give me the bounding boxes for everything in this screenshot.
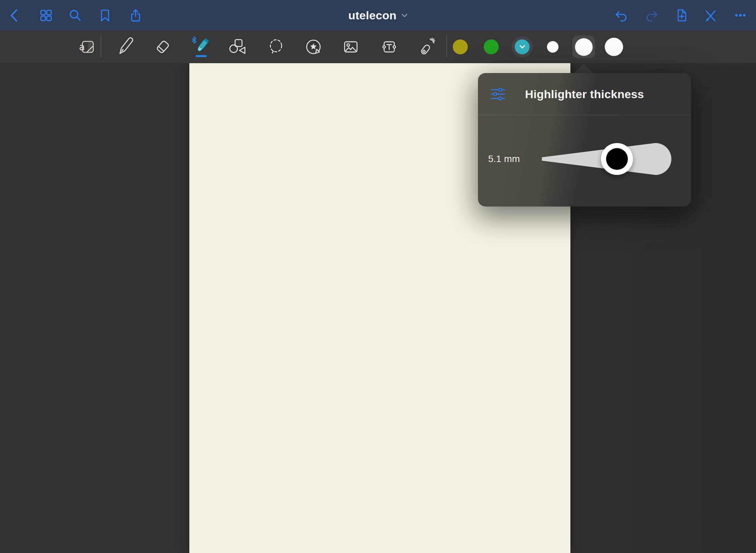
thickness-dot-medium — [575, 38, 592, 56]
image-tool[interactable] — [340, 33, 362, 60]
highlighter-icon-active — [189, 33, 212, 60]
add-page-button[interactable] — [672, 5, 691, 25]
thickness-preview-dot — [606, 148, 628, 170]
search-button[interactable] — [65, 5, 85, 25]
thickness-slider[interactable] — [541, 139, 672, 179]
laser-pointer-icon — [416, 37, 437, 57]
back-chevron-icon — [7, 7, 22, 23]
laser-pointer-tool[interactable] — [415, 33, 438, 60]
search-icon — [67, 7, 83, 23]
image-icon — [341, 37, 361, 57]
chevron-down-icon — [519, 45, 526, 49]
pen-tool[interactable] — [114, 33, 136, 60]
thickness-preset-medium-selected[interactable] — [572, 36, 595, 58]
top-navigation-bar: utelecon — [0, 0, 756, 31]
goodnotes-app: utelecon a — [0, 0, 756, 553]
popover-header: Highlighter thickness — [478, 73, 691, 115]
pen-icon — [115, 37, 135, 57]
svg-text:a: a — [79, 41, 85, 53]
elements-tool[interactable] — [302, 33, 325, 60]
bluetooth-icon — [192, 37, 196, 43]
thickness-dot-small — [547, 41, 559, 53]
bookmark-icon — [97, 7, 113, 23]
bookmark-button[interactable] — [95, 5, 115, 25]
document-title-button[interactable]: utelecon — [348, 9, 408, 22]
highlighter-tool[interactable] — [189, 33, 212, 60]
share-button[interactable] — [126, 5, 145, 25]
grid-icon — [38, 7, 54, 23]
ellipsis-icon — [733, 7, 748, 23]
undo-icon — [614, 7, 629, 23]
chevron-down-icon — [401, 13, 408, 17]
color-swatch-olive[interactable] — [453, 39, 468, 54]
redo-icon — [644, 7, 659, 23]
lasso-icon — [266, 37, 286, 57]
eraser-icon — [153, 37, 173, 57]
elements-sticker-icon — [303, 37, 324, 57]
share-icon — [128, 7, 143, 23]
zoom-window-icon: a — [76, 37, 97, 57]
eraser-tool[interactable] — [152, 33, 174, 60]
undo-button[interactable] — [612, 5, 631, 25]
tools-toolbar: a — [0, 31, 756, 63]
popover-body: 5.1 mm — [478, 115, 691, 206]
color-swatch-teal-selected[interactable] — [515, 39, 530, 54]
document-title: utelecon — [348, 9, 396, 22]
toolbar-divider-colors — [446, 35, 447, 58]
lasso-tool[interactable] — [265, 33, 287, 60]
pen-crossed-icon — [703, 7, 718, 23]
toolbar-divider — [101, 35, 101, 58]
highlighter-thickness-popover: Highlighter thickness 5.1 mm — [478, 73, 691, 207]
slider-thumb[interactable] — [601, 143, 633, 175]
readonly-mode-button[interactable] — [701, 5, 720, 25]
thickness-preset-small[interactable] — [547, 41, 559, 53]
shapes-tool[interactable] — [226, 33, 248, 60]
add-page-icon — [674, 7, 689, 23]
back-button[interactable] — [5, 5, 24, 25]
text-icon — [379, 37, 399, 57]
thickness-preset-large[interactable] — [605, 38, 623, 56]
color-swatch-green[interactable] — [484, 39, 499, 54]
zoom-window-tool[interactable]: a — [75, 33, 98, 60]
thickness-value: 5.1 mm — [488, 154, 520, 164]
pages-overview-button[interactable] — [36, 5, 56, 25]
thickness-dot-large — [605, 38, 623, 56]
popover-title: Highlighter thickness — [478, 87, 691, 101]
more-button[interactable] — [731, 5, 750, 25]
text-tool[interactable] — [378, 33, 400, 60]
redo-button[interactable] — [642, 5, 662, 25]
shapes-icon — [227, 37, 247, 57]
